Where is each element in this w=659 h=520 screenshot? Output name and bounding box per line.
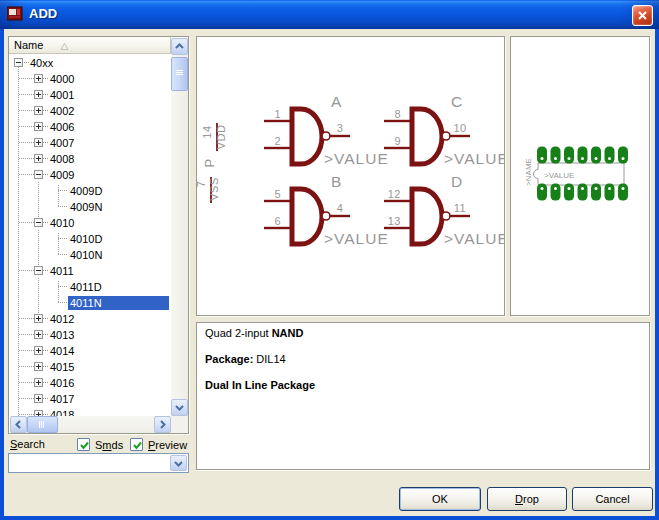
- symbol-preview: 123A>VALUE8910C>VALUE564B>VALUE121311D>V…: [197, 37, 504, 315]
- tree-item-label[interactable]: 4008: [48, 152, 76, 166]
- expand-icon[interactable]: [34, 330, 43, 339]
- tree-item-4011[interactable]: 4011: [9, 263, 171, 279]
- cancel-button[interactable]: Cancel: [572, 487, 653, 511]
- expand-icon[interactable]: [34, 154, 43, 163]
- tree-item-4010D[interactable]: 4010D: [9, 231, 171, 247]
- tree-item-label[interactable]: 4002: [48, 104, 76, 118]
- tree-item-label[interactable]: 4009N: [68, 200, 104, 214]
- tree-item-label[interactable]: 4007: [48, 136, 76, 150]
- expand-icon[interactable]: [34, 378, 43, 387]
- expand-icon[interactable]: [34, 394, 43, 403]
- search-combobox[interactable]: [8, 453, 189, 473]
- svg-text:B: B: [331, 173, 342, 190]
- expand-icon[interactable]: [34, 122, 43, 131]
- expand-icon[interactable]: [34, 362, 43, 371]
- tree-item-4013[interactable]: 4013: [9, 327, 171, 343]
- tree-connector-line: [58, 286, 68, 287]
- tree-item-4012[interactable]: 4012: [9, 311, 171, 327]
- preview-checkbox[interactable]: [130, 438, 143, 451]
- smds-checkbox[interactable]: [77, 438, 90, 451]
- svg-text:VDD: VDD: [215, 125, 227, 150]
- expand-icon[interactable]: [34, 314, 43, 323]
- tree-item-4009D[interactable]: 4009D: [9, 183, 171, 199]
- titlebar: ADD: [0, 0, 659, 29]
- tree-item-40xx[interactable]: 40xx: [9, 55, 171, 71]
- tree-item-4001[interactable]: 4001: [9, 87, 171, 103]
- tree-item-label[interactable]: 4018: [48, 408, 76, 416]
- tree-item-label[interactable]: 4016: [48, 376, 76, 390]
- tree-item-label[interactable]: 4011: [48, 264, 76, 278]
- add-dialog: ADD Name 40xx400040014002400640074008400…: [0, 0, 659, 520]
- chevron-down-icon: [174, 459, 183, 468]
- close-icon: [637, 10, 648, 21]
- tree-item-label[interactable]: 4011D: [68, 280, 104, 294]
- expand-icon[interactable]: [34, 346, 43, 355]
- tree-item-label[interactable]: 4006: [48, 120, 76, 134]
- description-panel: Quad 2-input NAND Package: DIL14 Dual In…: [196, 322, 650, 470]
- svg-text:1: 1: [274, 108, 281, 120]
- tree-item-label[interactable]: 4010: [48, 216, 76, 230]
- tree-item-label[interactable]: 4010D: [68, 232, 104, 246]
- tree-item-4016[interactable]: 4016: [9, 375, 171, 391]
- svg-text:>VALUE: >VALUE: [324, 230, 389, 247]
- sort-ascending-icon: [60, 41, 69, 53]
- tree-item-label[interactable]: 4017: [48, 392, 76, 406]
- tree-vscrollbar[interactable]: [171, 38, 188, 416]
- tree-item-4006[interactable]: 4006: [9, 119, 171, 135]
- tree-column-header[interactable]: Name: [9, 37, 171, 54]
- tree-item-label[interactable]: 40xx: [28, 56, 55, 70]
- tree-item-4011N[interactable]: 4011N: [9, 295, 171, 311]
- collapse-icon[interactable]: [14, 58, 23, 67]
- search-label: Search: [10, 438, 45, 450]
- expand-icon[interactable]: [34, 90, 43, 99]
- tree-item-label[interactable]: 4011N: [68, 296, 169, 310]
- tree-item-4017[interactable]: 4017: [9, 391, 171, 407]
- expand-icon[interactable]: [34, 106, 43, 115]
- svg-text:13: 13: [388, 215, 401, 227]
- collapse-icon[interactable]: [34, 170, 43, 179]
- tree-hscrollbar[interactable]: [10, 416, 171, 433]
- tree-item-label[interactable]: 4014: [48, 344, 76, 358]
- close-button[interactable]: [632, 5, 653, 26]
- expand-icon[interactable]: [34, 138, 43, 147]
- tree-item-4007[interactable]: 4007: [9, 135, 171, 151]
- tree-item-4018[interactable]: 4018: [9, 407, 171, 416]
- hscroll-thumb[interactable]: [27, 416, 58, 433]
- tree-item-4008[interactable]: 4008: [9, 151, 171, 167]
- tree-item-label[interactable]: 4015: [48, 360, 76, 374]
- tree-item-4009N[interactable]: 4009N: [9, 199, 171, 215]
- tree-item-4000[interactable]: 4000: [9, 71, 171, 87]
- tree-item-4010N[interactable]: 4010N: [9, 247, 171, 263]
- tree-item-label[interactable]: 4009: [48, 168, 76, 182]
- tree-item-label[interactable]: 4001: [48, 88, 76, 102]
- tree-item-4015[interactable]: 4015: [9, 359, 171, 375]
- tree-connector-line: [58, 233, 59, 255]
- tree-item-4014[interactable]: 4014: [9, 343, 171, 359]
- svg-text:A: A: [331, 93, 342, 110]
- collapse-icon[interactable]: [34, 218, 43, 227]
- svg-text:14: 14: [201, 125, 213, 138]
- ok-button[interactable]: OK: [399, 487, 481, 511]
- scrollbar-corner: [171, 416, 188, 433]
- scroll-right-button[interactable]: [154, 416, 171, 433]
- scroll-left-button[interactable]: [10, 416, 27, 433]
- vscroll-thumb[interactable]: [171, 57, 188, 91]
- tree-item-label[interactable]: 4000: [48, 72, 76, 86]
- tree-item-label[interactable]: 4009D: [68, 184, 104, 198]
- svg-text:9: 9: [394, 135, 401, 147]
- tree-connector-line: [58, 254, 68, 255]
- tree-item-4011D[interactable]: 4011D: [9, 279, 171, 295]
- tree-item-4002[interactable]: 4002: [9, 103, 171, 119]
- collapse-icon[interactable]: [34, 266, 43, 275]
- expand-icon[interactable]: [34, 74, 43, 83]
- tree-item-label[interactable]: 4013: [48, 328, 76, 342]
- scroll-down-button[interactable]: [171, 399, 188, 416]
- tree-item-4010[interactable]: 4010: [9, 215, 171, 231]
- tree-item-label[interactable]: 4010N: [68, 248, 104, 262]
- scroll-up-button[interactable]: [171, 38, 188, 55]
- drop-button[interactable]: Drop: [487, 487, 567, 511]
- tree-item-4009[interactable]: 4009: [9, 167, 171, 183]
- tree-rows: 40xx40004001400240064007400840094009D400…: [9, 55, 171, 416]
- tree-item-label[interactable]: 4012: [48, 312, 76, 326]
- combo-dropdown-button[interactable]: [170, 455, 187, 471]
